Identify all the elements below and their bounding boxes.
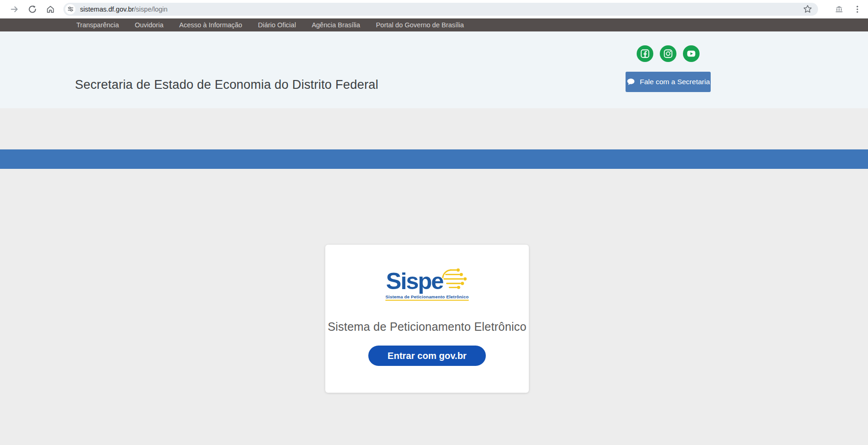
bookmark-star-icon[interactable]	[802, 4, 812, 14]
instagram-icon[interactable]	[660, 45, 676, 62]
site-header: Secretaria de Estado de Economia do Dist…	[0, 31, 868, 108]
home-icon[interactable]	[45, 4, 56, 14]
contact-button-label: Fale com a Secretaria	[640, 78, 710, 86]
youtube-icon[interactable]	[683, 45, 700, 62]
govbr-login-button[interactable]: Entrar com gov.br	[368, 346, 486, 366]
contact-secretariat-button[interactable]: Fale com a Secretaria	[626, 72, 711, 92]
nav-item-agencia-brasilia[interactable]: Agência Brasília	[312, 21, 360, 29]
nav-item-ouvidoria[interactable]: Ouvidoria	[135, 21, 163, 29]
gray-band	[0, 108, 868, 149]
sispe-logo-text: Sispe	[386, 271, 443, 292]
forward-icon[interactable]	[9, 4, 19, 14]
circuit-lines-icon	[441, 267, 468, 292]
system-name-text: Sistema de Peticionamento Eletrônico	[325, 320, 529, 334]
address-bar[interactable]: sistemas.df.gov.br/sispe/login	[63, 3, 818, 16]
refresh-icon[interactable]	[27, 4, 37, 14]
main-content: Sispe	[0, 169, 868, 445]
url-domain: sistemas.df.gov.br	[80, 6, 134, 13]
nav-item-portal-governo[interactable]: Portal do Governo de Brasília	[376, 21, 464, 29]
speech-bubble-icon	[626, 78, 635, 86]
page-title: Secretaria de Estado de Economia do Dist…	[75, 78, 378, 92]
nav-item-transparencia[interactable]: Transparência	[76, 21, 119, 29]
govbr-login-label: Entrar com gov.br	[388, 351, 467, 361]
nav-item-acesso-informacao[interactable]: Acesso à Informação	[179, 21, 242, 29]
gov-top-nav: Transparência Ouvidoria Acesso à Informa…	[0, 19, 868, 31]
social-links	[626, 45, 711, 62]
browser-menu-icon[interactable]	[852, 4, 862, 14]
header-right-column: Fale com a Secretaria	[626, 45, 711, 92]
sispe-logo: Sispe	[385, 271, 469, 301]
sispe-logo-subtitle: Sistema de Peticionamento Eletrônico	[385, 294, 469, 301]
facebook-icon[interactable]	[637, 45, 653, 62]
profile-avatar-icon[interactable]	[834, 4, 844, 14]
site-settings-icon[interactable]	[65, 4, 75, 14]
blue-band	[0, 149, 868, 169]
nav-item-diario-oficial[interactable]: Diário Oficial	[258, 21, 296, 29]
url-path: /sispe/login	[134, 6, 168, 13]
login-card: Sispe	[325, 245, 529, 393]
browser-toolbar: sistemas.df.gov.br/sispe/login	[0, 0, 868, 19]
toolbar-right	[825, 4, 862, 14]
url-text[interactable]: sistemas.df.gov.br/sispe/login	[80, 6, 167, 13]
